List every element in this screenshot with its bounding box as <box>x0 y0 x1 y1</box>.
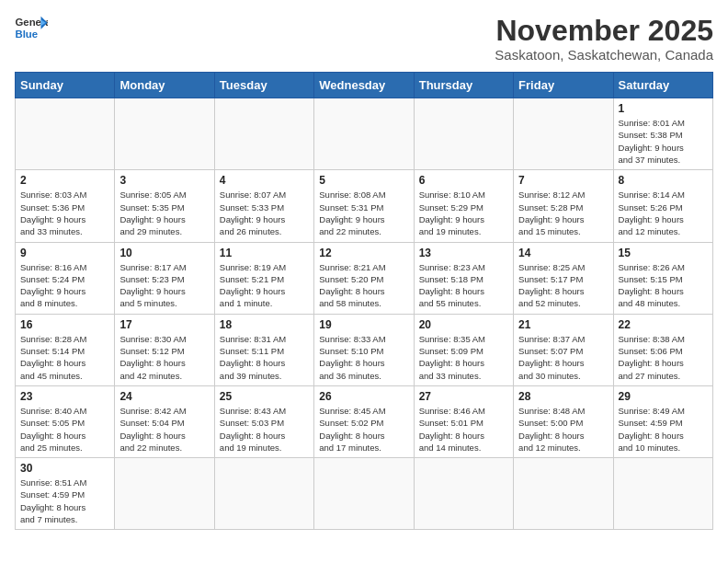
day-number: 6 <box>419 174 508 187</box>
calendar-week-5: 23Sunrise: 8:40 AM Sunset: 5:05 PM Dayli… <box>16 385 713 457</box>
calendar-cell: 20Sunrise: 8:35 AM Sunset: 5:09 PM Dayli… <box>414 314 513 385</box>
calendar-cell <box>314 458 414 530</box>
day-number: 30 <box>20 462 109 475</box>
day-info: Sunrise: 8:12 AM Sunset: 5:28 PM Dayligh… <box>518 189 608 237</box>
calendar-cell <box>314 98 414 170</box>
day-info: Sunrise: 8:38 AM Sunset: 5:06 PM Dayligh… <box>619 333 708 382</box>
day-info: Sunrise: 8:46 AM Sunset: 5:01 PM Dayligh… <box>419 405 508 454</box>
day-info: Sunrise: 8:23 AM Sunset: 5:18 PM Dayligh… <box>419 261 508 310</box>
day-number: 19 <box>319 318 408 331</box>
logo-icon: General Blue <box>15 15 48 40</box>
day-number: 27 <box>419 390 508 403</box>
day-info: Sunrise: 8:33 AM Sunset: 5:10 PM Dayligh… <box>319 333 408 382</box>
calendar-cell: 29Sunrise: 8:49 AM Sunset: 4:59 PM Dayli… <box>613 385 712 457</box>
day-info: Sunrise: 8:14 AM Sunset: 5:26 PM Dayligh… <box>619 189 708 237</box>
day-info: Sunrise: 8:26 AM Sunset: 5:15 PM Dayligh… <box>619 261 708 310</box>
weekday-header-thursday: Thursday <box>414 73 513 98</box>
weekday-header-friday: Friday <box>514 73 613 98</box>
page-header: General Blue November 2025 Saskatoon, Sa… <box>15 15 713 63</box>
calendar-cell: 3Sunrise: 8:05 AM Sunset: 5:35 PM Daylig… <box>115 170 214 242</box>
day-info: Sunrise: 8:48 AM Sunset: 5:00 PM Dayligh… <box>518 405 608 454</box>
calendar-cell: 27Sunrise: 8:46 AM Sunset: 5:01 PM Dayli… <box>414 385 513 457</box>
day-info: Sunrise: 8:31 AM Sunset: 5:11 PM Dayligh… <box>220 333 309 382</box>
calendar-week-1: 1Sunrise: 8:01 AM Sunset: 5:38 PM Daylig… <box>16 98 713 170</box>
day-number: 9 <box>20 247 109 259</box>
day-number: 28 <box>518 390 608 403</box>
day-number: 10 <box>119 247 209 259</box>
day-number: 14 <box>518 247 608 259</box>
day-info: Sunrise: 8:07 AM Sunset: 5:33 PM Dayligh… <box>220 189 309 237</box>
day-info: Sunrise: 8:35 AM Sunset: 5:09 PM Dayligh… <box>419 333 508 382</box>
day-number: 15 <box>619 247 708 259</box>
calendar-cell <box>514 98 613 170</box>
day-info: Sunrise: 8:21 AM Sunset: 5:20 PM Dayligh… <box>319 261 408 310</box>
day-info: Sunrise: 8:01 AM Sunset: 5:38 PM Dayligh… <box>619 117 708 166</box>
day-number: 4 <box>220 174 309 187</box>
svg-text:Blue: Blue <box>16 29 39 40</box>
day-info: Sunrise: 8:42 AM Sunset: 5:04 PM Dayligh… <box>119 405 209 454</box>
calendar-table: SundayMondayTuesdayWednesdayThursdayFrid… <box>15 72 713 530</box>
weekday-header-tuesday: Tuesday <box>214 73 313 98</box>
calendar-cell: 30Sunrise: 8:51 AM Sunset: 4:59 PM Dayli… <box>16 458 115 530</box>
calendar-cell <box>414 98 513 170</box>
weekday-header-monday: Monday <box>115 73 214 98</box>
month-title: November 2025 <box>495 15 713 47</box>
day-number: 1 <box>619 102 708 115</box>
calendar-cell <box>613 458 712 530</box>
calendar-week-6: 30Sunrise: 8:51 AM Sunset: 4:59 PM Dayli… <box>16 458 713 530</box>
calendar-cell: 17Sunrise: 8:30 AM Sunset: 5:12 PM Dayli… <box>115 314 214 385</box>
weekday-header-saturday: Saturday <box>613 73 712 98</box>
day-info: Sunrise: 8:37 AM Sunset: 5:07 PM Dayligh… <box>518 333 608 382</box>
logo: General Blue <box>15 15 48 40</box>
day-info: Sunrise: 8:19 AM Sunset: 5:21 PM Dayligh… <box>220 261 309 310</box>
day-number: 12 <box>319 247 408 259</box>
day-number: 2 <box>20 174 109 187</box>
day-number: 3 <box>119 174 209 187</box>
day-info: Sunrise: 8:28 AM Sunset: 5:14 PM Dayligh… <box>20 333 109 382</box>
calendar-cell <box>214 98 313 170</box>
calendar-cell: 7Sunrise: 8:12 AM Sunset: 5:28 PM Daylig… <box>514 170 613 242</box>
calendar-week-4: 16Sunrise: 8:28 AM Sunset: 5:14 PM Dayli… <box>16 314 713 385</box>
calendar-cell: 2Sunrise: 8:03 AM Sunset: 5:36 PM Daylig… <box>16 170 115 242</box>
day-number: 8 <box>619 174 708 187</box>
day-number: 18 <box>220 318 309 331</box>
calendar-cell: 4Sunrise: 8:07 AM Sunset: 5:33 PM Daylig… <box>214 170 313 242</box>
day-info: Sunrise: 8:16 AM Sunset: 5:24 PM Dayligh… <box>20 261 109 310</box>
calendar-cell: 18Sunrise: 8:31 AM Sunset: 5:11 PM Dayli… <box>214 314 313 385</box>
calendar-cell <box>414 458 513 530</box>
calendar-cell <box>16 98 115 170</box>
day-info: Sunrise: 8:40 AM Sunset: 5:05 PM Dayligh… <box>20 405 109 454</box>
calendar-cell: 19Sunrise: 8:33 AM Sunset: 5:10 PM Dayli… <box>314 314 414 385</box>
calendar-cell: 13Sunrise: 8:23 AM Sunset: 5:18 PM Dayli… <box>414 242 513 314</box>
day-info: Sunrise: 8:51 AM Sunset: 4:59 PM Dayligh… <box>20 477 109 525</box>
day-number: 11 <box>220 247 309 259</box>
day-number: 29 <box>619 390 708 403</box>
calendar-cell: 16Sunrise: 8:28 AM Sunset: 5:14 PM Dayli… <box>16 314 115 385</box>
calendar-cell: 14Sunrise: 8:25 AM Sunset: 5:17 PM Dayli… <box>514 242 613 314</box>
day-number: 24 <box>119 390 209 403</box>
calendar-cell: 24Sunrise: 8:42 AM Sunset: 5:04 PM Dayli… <box>115 385 214 457</box>
calendar-cell: 10Sunrise: 8:17 AM Sunset: 5:23 PM Dayli… <box>115 242 214 314</box>
day-number: 21 <box>518 318 608 331</box>
calendar-cell: 12Sunrise: 8:21 AM Sunset: 5:20 PM Dayli… <box>314 242 414 314</box>
day-number: 26 <box>319 390 408 403</box>
weekday-header-sunday: Sunday <box>16 73 115 98</box>
day-number: 16 <box>20 318 109 331</box>
calendar-cell: 15Sunrise: 8:26 AM Sunset: 5:15 PM Dayli… <box>613 242 712 314</box>
day-info: Sunrise: 8:05 AM Sunset: 5:35 PM Dayligh… <box>119 189 209 237</box>
calendar-cell: 23Sunrise: 8:40 AM Sunset: 5:05 PM Dayli… <box>16 385 115 457</box>
weekday-header-wednesday: Wednesday <box>314 73 414 98</box>
day-info: Sunrise: 8:30 AM Sunset: 5:12 PM Dayligh… <box>119 333 209 382</box>
day-info: Sunrise: 8:17 AM Sunset: 5:23 PM Dayligh… <box>119 261 209 310</box>
weekday-header-row: SundayMondayTuesdayWednesdayThursdayFrid… <box>16 73 713 98</box>
day-number: 13 <box>419 247 508 259</box>
day-number: 17 <box>119 318 209 331</box>
calendar-cell: 28Sunrise: 8:48 AM Sunset: 5:00 PM Dayli… <box>514 385 613 457</box>
calendar-cell: 25Sunrise: 8:43 AM Sunset: 5:03 PM Dayli… <box>214 385 313 457</box>
calendar-cell: 1Sunrise: 8:01 AM Sunset: 5:38 PM Daylig… <box>613 98 712 170</box>
day-number: 23 <box>20 390 109 403</box>
day-number: 22 <box>619 318 708 331</box>
day-number: 7 <box>518 174 608 187</box>
calendar-week-2: 2Sunrise: 8:03 AM Sunset: 5:36 PM Daylig… <box>16 170 713 242</box>
calendar-cell <box>514 458 613 530</box>
